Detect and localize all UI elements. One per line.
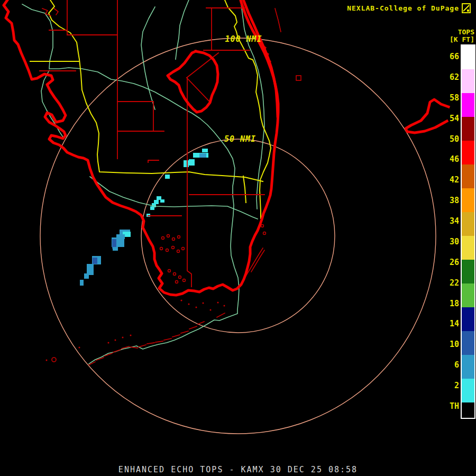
range-ring-label-100: 100 NMI <box>218 34 269 44</box>
echo-cell <box>80 280 84 286</box>
echo-cell <box>147 214 150 217</box>
echo-cell <box>84 273 89 279</box>
islet <box>167 235 170 237</box>
colorbar <box>461 44 475 419</box>
road-teal <box>176 0 189 59</box>
colorbar-block <box>462 69 474 93</box>
colorbar-label: 54 <box>437 114 459 123</box>
county-line <box>148 160 159 162</box>
islet-dot <box>188 304 190 305</box>
echo-cell <box>202 149 208 152</box>
islet-dot <box>130 335 132 336</box>
colorbar-block <box>462 307 474 331</box>
shoreline-detail <box>181 331 188 333</box>
colorbar-label: 10 <box>437 340 459 349</box>
road-teal <box>141 7 155 109</box>
islet <box>176 281 178 283</box>
colorbar-block <box>462 93 474 117</box>
colorbar-block <box>462 45 474 69</box>
echo-cell <box>113 247 118 251</box>
islet <box>183 279 186 282</box>
colorbar-label: 62 <box>437 72 459 82</box>
islet <box>263 232 266 235</box>
shoreline-detail <box>251 250 264 272</box>
shoreline-detail <box>164 338 171 340</box>
echo-cell <box>160 199 164 203</box>
shoreline-detail <box>198 322 204 324</box>
colorbar-block <box>462 236 474 260</box>
islet-dot <box>181 300 182 301</box>
colorbar-label: 42 <box>437 175 459 185</box>
islet-dot <box>196 307 197 308</box>
colorbar-label: 46 <box>437 154 459 164</box>
shoreline-detail <box>172 335 180 337</box>
colorbar-label: 58 <box>437 93 459 103</box>
radar-display: NEXLAB-College of DuPage TOPS [K FT] 666… <box>0 0 476 476</box>
colorbar-block <box>462 117 474 141</box>
islet <box>160 248 163 250</box>
credit-line: NEXLAB-College of DuPage <box>347 3 471 13</box>
shoreline-detail <box>189 326 197 329</box>
islet <box>178 236 180 239</box>
colorbar-label: 30 <box>437 237 459 246</box>
echo-cell <box>93 258 97 264</box>
small-lake <box>296 76 301 80</box>
colorbar-label: 6 <box>437 360 459 370</box>
colorbar-block <box>462 355 474 379</box>
islet-dot <box>210 309 212 311</box>
range-ring-label-50: 50 NMI <box>221 134 260 144</box>
colorbar-title: TOPS <box>458 28 474 36</box>
road-yellow <box>49 0 263 181</box>
county-line <box>187 78 191 287</box>
islet <box>168 270 171 272</box>
echo-cell <box>87 264 94 275</box>
islet-dot <box>122 337 124 338</box>
colorbar-label: 34 <box>437 216 459 226</box>
colorbar-label: 38 <box>437 196 459 205</box>
islet-dot <box>79 347 80 349</box>
islet <box>177 250 180 253</box>
islet <box>162 237 164 240</box>
road-teal <box>90 177 258 219</box>
islet-dot <box>108 342 109 344</box>
cod-logo-icon <box>462 3 471 13</box>
echo-cell <box>150 206 154 210</box>
islet-dot <box>115 340 116 341</box>
road-yellow <box>243 176 246 203</box>
colorbar-label: 50 <box>437 134 459 144</box>
echo-cell <box>165 175 170 179</box>
map-canvas <box>0 0 476 476</box>
echo-cell <box>184 160 189 167</box>
shoreline-detail <box>113 350 121 352</box>
shoreline-detail <box>155 341 163 342</box>
shoreline-detail <box>275 8 281 32</box>
colorbar-block <box>462 402 474 418</box>
echo-cell <box>199 153 206 158</box>
colorbar-block <box>462 260 474 283</box>
county-line <box>187 78 210 102</box>
islet-dot <box>46 360 48 361</box>
colorbar-label: 26 <box>437 258 459 267</box>
shoreline-detail <box>130 347 138 348</box>
shoreline-detail <box>217 313 225 317</box>
colorbar-units: [K FT] <box>450 35 474 43</box>
colorbar-block <box>462 379 474 402</box>
islet <box>261 225 264 227</box>
shoreline-detail <box>54 8 58 15</box>
colorbar-block <box>462 141 474 164</box>
colorbar-label: 2 <box>437 381 459 390</box>
islet <box>172 238 175 241</box>
colorbar-label: 66 <box>437 52 459 61</box>
colorbar-label: TH <box>437 401 459 411</box>
colorbar-label: 14 <box>437 319 459 328</box>
islet <box>173 273 176 276</box>
county-line <box>187 53 218 78</box>
coastline <box>168 51 218 112</box>
islet <box>166 249 169 252</box>
shoreline-detail <box>147 343 154 344</box>
echo-cell <box>189 159 195 166</box>
range-ring-100nmi <box>40 38 436 434</box>
colorbar-block <box>462 283 474 307</box>
shoreline-detail <box>139 345 146 347</box>
credit-text: NEXLAB-College of DuPage <box>347 4 459 12</box>
